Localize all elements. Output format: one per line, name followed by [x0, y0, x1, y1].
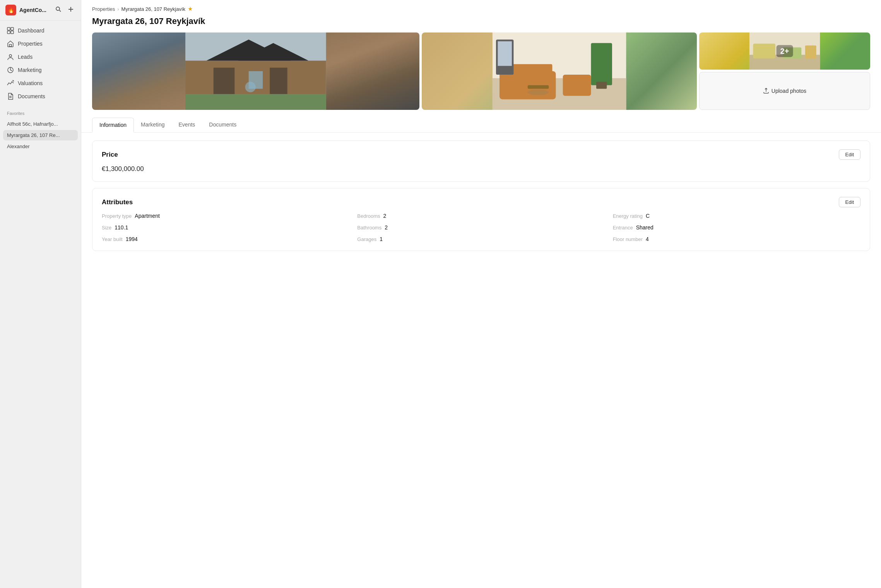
attr-bathrooms: Bathrooms 2 [357, 224, 605, 231]
upload-photos-button[interactable]: Upload photos [699, 72, 870, 110]
attr-garages-label: Garages [357, 236, 376, 242]
overlay-badge: 2+ [777, 45, 793, 57]
sidebar-header-icons [54, 5, 75, 15]
price-section-header: Price Edit [102, 149, 860, 160]
upload-photos-label: Upload photos [772, 88, 806, 94]
photo-secondary[interactable] [422, 32, 697, 110]
price-value: €1,300,000.00 [102, 165, 860, 173]
price-edit-button[interactable]: Edit [839, 149, 860, 160]
attr-property-type-label: Property type [102, 213, 132, 219]
attr-energy-rating: Energy rating C [613, 213, 860, 219]
svg-rect-5 [11, 27, 14, 30]
search-button[interactable] [54, 5, 63, 15]
photo-upload-column: 2+ Upload photos [699, 32, 870, 110]
breadcrumb: Properties › Myrargata 26, 107 Reykjavík… [92, 5, 870, 12]
attr-year-built: Year built 1994 [102, 236, 349, 242]
photo-overlay[interactable]: 2+ [699, 32, 870, 70]
photo-secondary-image [422, 32, 697, 110]
house-illustration [92, 32, 419, 110]
sidebar-item-dashboard-label: Dashboard [18, 27, 44, 34]
sidebar-item-documents[interactable]: Documents [3, 90, 78, 103]
attr-year-built-value: 1994 [126, 236, 138, 242]
svg-rect-27 [510, 64, 552, 75]
attr-size: Size 110.1 [102, 224, 349, 231]
svg-rect-29 [528, 85, 549, 89]
attr-entrance-value: Shared [636, 224, 653, 231]
attr-energy-rating-value: C [646, 213, 650, 219]
leads-icon [7, 53, 14, 60]
svg-rect-8 [9, 44, 12, 46]
svg-rect-28 [563, 75, 591, 96]
svg-rect-23 [245, 82, 256, 92]
properties-icon [7, 40, 14, 47]
attributes-edit-button[interactable]: Edit [839, 197, 860, 207]
svg-rect-4 [7, 27, 10, 30]
price-title: Price [102, 151, 118, 159]
sidebar-item-properties-label: Properties [18, 41, 43, 47]
documents-icon [7, 93, 14, 100]
sidebar-item-properties[interactable]: Properties [3, 38, 78, 50]
sidebar-item-valuations[interactable]: Valuations [3, 77, 78, 89]
favorites-list: Alfholt 56c, Hafnarfjo... Myrargata 26, … [0, 117, 81, 153]
tab-events[interactable]: Events [172, 118, 202, 133]
svg-rect-30 [591, 43, 612, 85]
tab-documents[interactable]: Documents [202, 118, 243, 133]
sidebar-item-leads[interactable]: Leads [3, 51, 78, 63]
sidebar-item-marketing-label: Marketing [18, 67, 41, 73]
attr-property-type: Property type Apartment [102, 213, 349, 219]
attr-floor-number: Floor number 4 [613, 236, 860, 242]
svg-rect-33 [498, 41, 511, 66]
attr-floor-number-value: 4 [646, 236, 649, 242]
app-logo: 🔥 [5, 5, 16, 15]
nav-items: Dashboard Properties Leads Marketing Val… [0, 21, 81, 106]
svg-point-0 [56, 7, 60, 10]
tab-information[interactable]: Information [92, 118, 134, 133]
tab-marketing[interactable]: Marketing [134, 118, 171, 133]
attr-size-label: Size [102, 225, 111, 231]
attr-entrance: Entrance Shared [613, 224, 860, 231]
attr-garages: Garages 1 [357, 236, 605, 242]
upload-icon [763, 88, 769, 94]
photo-main-image [92, 32, 419, 110]
attr-bedrooms: Bedrooms 2 [357, 213, 605, 219]
breadcrumb-parent[interactable]: Properties [92, 6, 115, 12]
sidebar-item-leads-label: Leads [18, 54, 33, 60]
svg-rect-39 [805, 46, 816, 59]
sidebar-item-marketing[interactable]: Marketing [3, 64, 78, 76]
valuations-icon [7, 80, 14, 87]
breadcrumb-separator: › [117, 6, 119, 12]
tabs-bar: Information Marketing Events Documents [81, 118, 881, 133]
add-button[interactable] [66, 5, 75, 15]
page-title: Myrargata 26, 107 Reykjavík [81, 16, 881, 32]
breadcrumb-star[interactable]: ★ [188, 5, 193, 12]
attr-floor-number-label: Floor number [613, 236, 643, 242]
photo-main[interactable] [92, 32, 419, 110]
svg-rect-18 [214, 68, 235, 96]
sidebar: 🔥 AgentCo... Dashboard [0, 0, 81, 588]
content-area: Price Edit €1,300,000.00 Attributes Edit… [81, 140, 881, 273]
sidebar-item-dashboard[interactable]: Dashboard [3, 24, 78, 37]
svg-line-1 [60, 10, 61, 12]
topbar: Properties › Myrargata 26, 107 Reykjavík… [81, 0, 881, 12]
living-room-illustration [422, 32, 697, 110]
favorite-item-1[interactable]: Alfholt 56c, Hafnarfjo... [3, 119, 78, 129]
attr-bathrooms-label: Bathrooms [357, 225, 381, 231]
favorite-item-2[interactable]: Myrargata 26, 107 Re... [3, 130, 78, 140]
dashboard-icon [7, 27, 14, 34]
favorite-item-3[interactable]: Alexander [3, 141, 78, 152]
svg-rect-37 [753, 44, 775, 58]
sidebar-header: 🔥 AgentCo... [0, 0, 81, 21]
marketing-icon [7, 67, 14, 74]
attr-garages-value: 1 [380, 236, 383, 242]
svg-point-9 [9, 55, 12, 57]
plus-icon [68, 6, 74, 12]
attr-bathrooms-value: 2 [385, 224, 388, 231]
svg-rect-6 [7, 31, 10, 34]
sidebar-item-documents-label: Documents [18, 93, 45, 99]
attributes-title: Attributes [102, 198, 133, 206]
svg-rect-7 [11, 31, 14, 34]
attributes-section: Attributes Edit Property type Apartment … [92, 188, 870, 251]
svg-rect-31 [596, 82, 607, 89]
attr-entrance-label: Entrance [613, 225, 633, 231]
attr-bedrooms-value: 2 [383, 213, 387, 219]
